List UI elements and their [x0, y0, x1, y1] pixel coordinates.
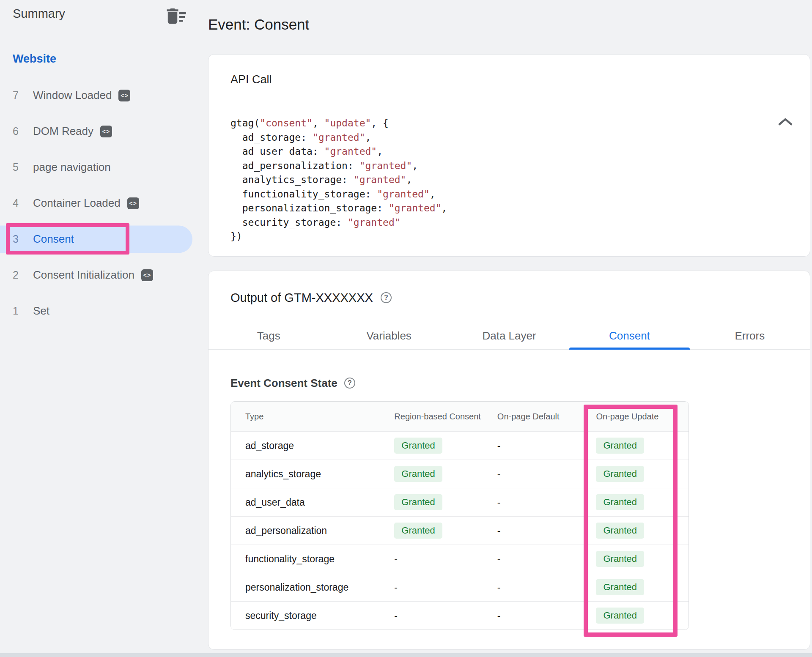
sidebar-item-page-navigation[interactable]: 5 page navigation	[0, 149, 199, 185]
page-title: Event: Consent	[208, 16, 309, 33]
event-label: Set	[33, 304, 49, 318]
output-tabs: Tags Variables Data Layer Consent Errors	[208, 323, 810, 350]
onpage-default-value: -	[486, 497, 584, 508]
onpage-default-value: -	[486, 440, 584, 452]
bottom-edge-strip	[0, 653, 812, 657]
status-badge: Granted	[394, 438, 442, 454]
onpage-default-value: -	[486, 468, 584, 480]
event-list: 7 Window Loaded <> 6 DOM Ready <> 5 page…	[0, 77, 199, 329]
region-consent-value: -	[385, 553, 486, 565]
column-header-onpage-default: On-page Default	[486, 411, 584, 422]
code-icon: <>	[118, 90, 130, 101]
consent-type: security_storage	[231, 610, 385, 621]
event-consent-state-heading: Event Consent State ?	[230, 376, 810, 390]
website-section-label: Website	[13, 52, 56, 66]
region-consent-value: -	[385, 610, 486, 621]
consent-type: ad_personalization	[231, 525, 385, 537]
help-icon[interactable]: ?	[381, 292, 392, 303]
annotation-onpage-update-column-highlight	[584, 405, 678, 637]
event-label: Window Loaded	[33, 89, 112, 102]
consent-type: analytics_storage	[231, 468, 385, 480]
collapse-code-button[interactable]	[776, 115, 795, 130]
region-consent-value: -	[385, 582, 486, 593]
event-label: Consent Initialization	[33, 268, 134, 282]
api-call-title: API Call	[208, 55, 810, 105]
sidebar-item-container-loaded[interactable]: 4 Container Loaded <>	[0, 185, 199, 221]
onpage-default-value: -	[486, 582, 584, 593]
event-label: Container Loaded	[33, 197, 121, 210]
event-number: 4	[13, 197, 33, 209]
delete-sweep-icon	[165, 5, 188, 29]
column-header-type: Type	[231, 411, 385, 422]
clear-events-button[interactable]	[164, 4, 189, 29]
event-consent-state-title: Event Consent State	[230, 376, 337, 390]
status-badge: Granted	[394, 523, 442, 539]
api-call-code-section: gtag("consent", "update", { ad_storage: …	[208, 105, 810, 255]
event-number: 1	[13, 305, 33, 317]
event-label: DOM Ready	[33, 125, 93, 138]
onpage-default-value: -	[486, 610, 584, 621]
sidebar-item-window-loaded[interactable]: 7 Window Loaded <>	[0, 77, 199, 113]
consent-type: ad_storage	[231, 440, 385, 452]
sidebar-item-consent-initialization[interactable]: 2 Consent Initialization <>	[0, 257, 199, 293]
event-number: 6	[13, 125, 33, 137]
code-icon: <>	[100, 126, 112, 137]
event-number: 7	[13, 89, 33, 101]
sidebar-item-dom-ready[interactable]: 6 DOM Ready <>	[0, 113, 199, 149]
gtm-output-title: Output of GTM-XXXXXXX	[230, 290, 373, 305]
event-label: page navigation	[33, 161, 111, 174]
tab-consent[interactable]: Consent	[569, 323, 689, 349]
consent-type: ad_user_data	[231, 497, 385, 508]
onpage-default-value: -	[486, 553, 584, 565]
help-icon[interactable]: ?	[344, 378, 355, 389]
event-number: 2	[13, 269, 33, 281]
status-badge: Granted	[394, 494, 442, 510]
summary-title[interactable]: Summary	[13, 7, 65, 21]
code-icon: <>	[127, 197, 139, 209]
onpage-default-value: -	[486, 525, 584, 537]
tab-data-layer[interactable]: Data Layer	[449, 323, 569, 349]
annotation-consent-event-highlight	[6, 223, 129, 255]
tab-errors[interactable]: Errors	[690, 323, 810, 349]
api-call-card: API Call gtag("consent", "update", { ad_…	[208, 54, 810, 257]
chevron-up-icon	[778, 118, 793, 127]
consent-type: functionality_storage	[231, 553, 385, 565]
column-header-region-consent: Region-based Consent	[385, 411, 486, 422]
code-icon: <>	[141, 269, 153, 281]
api-call-code: gtag("consent", "update", { ad_storage: …	[208, 105, 810, 255]
consent-type: personalization_storage	[231, 582, 385, 593]
tab-tags[interactable]: Tags	[208, 323, 329, 349]
gtm-output-card: Output of GTM-XXXXXXX ? Tags Variables D…	[208, 271, 810, 650]
tab-variables[interactable]: Variables	[329, 323, 449, 349]
event-number: 5	[13, 161, 33, 173]
gtm-output-heading: Output of GTM-XXXXXXX ?	[208, 271, 810, 305]
status-badge: Granted	[394, 466, 442, 482]
tag-assistant-debug-view: Summary Website 7 Window Loaded <> 6 DOM…	[0, 0, 812, 657]
sidebar-item-set[interactable]: 1 Set	[0, 293, 199, 329]
